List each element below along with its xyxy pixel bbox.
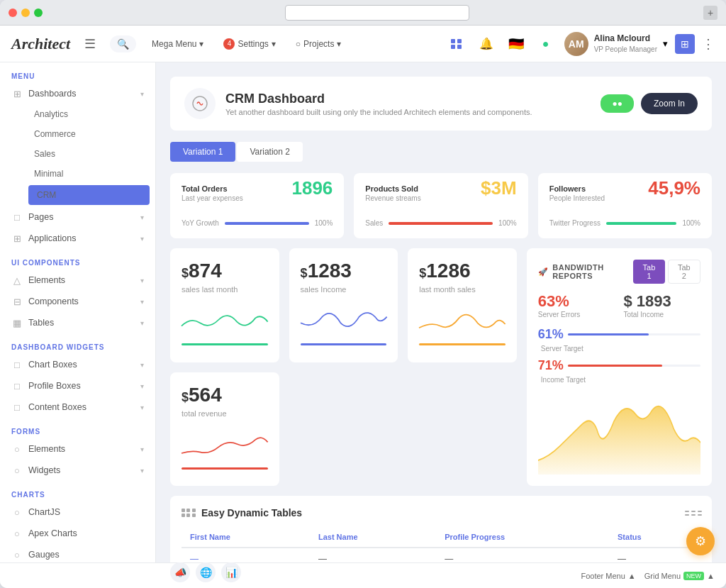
applications-icon: ⊞	[11, 233, 23, 244]
chevron-icon: ▾	[140, 277, 144, 284]
widget-bar	[419, 343, 506, 345]
sidebar-item-chartjs[interactable]: ○ ChartJS	[0, 501, 155, 523]
page-header: CRM Dashboard Yet another dashboard buil…	[170, 77, 712, 131]
widgets-bandwidth-grid: $874 sales last month $1283 sales Income	[170, 248, 712, 486]
bandwidth-tab1[interactable]: Tab 1	[633, 260, 664, 284]
bar-pct: 100%	[682, 219, 700, 227]
page-header-actions: ●● Zoom In	[601, 93, 698, 114]
chevron-icon: ▾	[140, 445, 144, 453]
toggle-button[interactable]: ●●	[601, 94, 634, 113]
stats-row: Total Orders Last year expenses 1896 YoY…	[170, 173, 712, 238]
widget-value: $1283	[301, 260, 387, 282]
col-profile-progress: Profile Progress	[436, 527, 609, 548]
stat-sublabel: Last year expenses	[182, 194, 243, 202]
bandwidth-title: 🚀 BANDWIDTH REPORTS	[538, 263, 633, 280]
mega-menu-button[interactable]: Mega Menu ▾	[145, 35, 211, 52]
form-widgets-icon: ○	[11, 465, 23, 476]
grid-menu-button[interactable]: Grid Menu NEW ▲	[644, 572, 715, 580]
settings-button[interactable]: 4 Settings ▾	[216, 35, 282, 53]
server-target-label: Server Target	[538, 345, 700, 353]
sidebar-item-content-boxes[interactable]: □ Content Boxes ▾	[0, 396, 155, 418]
projects-button[interactable]: ○ Projects ▾	[289, 35, 349, 52]
sidebar-item-label: Content Boxes	[28, 402, 86, 412]
menu-section-label: MENU	[0, 62, 155, 83]
table-menu-icon[interactable]	[685, 511, 700, 516]
minimize-button[interactable]	[21, 9, 30, 17]
bw-stat-label: Total Income	[623, 311, 700, 318]
variation-2-tab[interactable]: Variation 2	[237, 142, 302, 162]
followers-card: Followers People Interested 45,9% Twitte…	[538, 173, 712, 238]
total-orders-card: Total Orders Last year expenses 1896 YoY…	[170, 173, 344, 238]
sidebar-item-label: Tables	[28, 318, 54, 328]
settings-fab[interactable]: ⚙	[686, 527, 715, 555]
grid-view-button[interactable]	[445, 33, 468, 55]
charts-section-label: CHARTS	[0, 481, 155, 501]
sidebar-item-elements[interactable]: △ Elements ▾	[0, 270, 155, 291]
bw-stat-value: 63%	[538, 292, 615, 311]
footer-icon-2[interactable]: 🌐	[196, 562, 216, 582]
status-button[interactable]: ●	[535, 33, 557, 55]
hamburger-menu[interactable]: ☰	[84, 36, 96, 52]
widget-label: sales Income	[301, 285, 387, 294]
stat-value: 1896	[291, 177, 333, 199]
footer-icon-1[interactable]: 📣	[170, 562, 190, 582]
sidebar-item-applications[interactable]: ⊞ Applications ▾	[0, 228, 155, 249]
form-elements-icon: ○	[11, 443, 23, 455]
widget-chart	[182, 426, 268, 462]
sidebar-item-dashboards[interactable]: ⊞ Dashboards ▾	[0, 83, 155, 104]
bw-stat-value: $ 1893	[623, 292, 700, 311]
sidebar-item-profile-boxes[interactable]: □ Profile Boxes ▾	[0, 375, 155, 396]
sidebar-item-minimal[interactable]: Minimal	[23, 164, 155, 184]
user-menu[interactable]: AM Alina Mclourd VP People Manager ▾	[564, 32, 668, 56]
maximize-button[interactable]	[34, 9, 43, 17]
chevron-icon: ▾	[140, 467, 144, 475]
stat-bar-row: Sales 100%	[365, 219, 516, 227]
page-header-left: CRM Dashboard Yet another dashboard buil…	[184, 88, 532, 119]
new-tab-button[interactable]: +	[703, 6, 717, 20]
search-bar[interactable]: 🔍	[110, 35, 136, 52]
sidebar-item-sales[interactable]: Sales	[23, 144, 155, 164]
sidebar-item-apex-charts[interactable]: ○ Apex Charts	[0, 523, 155, 544]
url-bar[interactable]: demo.dashboardpack.com	[51, 5, 703, 21]
pages-icon: □	[11, 211, 23, 223]
widget-card-564: $564 total revenue	[170, 372, 279, 487]
sidebar-item-tables[interactable]: ▦ Tables ▾	[0, 312, 155, 333]
sidebar-item-analytics[interactable]: Analytics	[23, 104, 155, 124]
sidebar-item-components[interactable]: ⊟ Components ▾	[0, 291, 155, 312]
widget-card-874: $874 sales last month	[170, 248, 279, 362]
chevron-icon: ▾	[140, 90, 144, 98]
sidebar-item-label: Elements	[28, 275, 65, 285]
footer-menu-button[interactable]: Footer Menu ▲	[581, 572, 635, 580]
close-button[interactable]	[9, 9, 17, 17]
sidebar-item-chart-boxes[interactable]: □ Chart Boxes ▾	[0, 354, 155, 375]
search-icon: 🔍	[117, 38, 129, 50]
sidebar-item-commerce[interactable]: Commerce	[23, 124, 155, 144]
more-menu-button[interactable]: ⋮	[702, 36, 715, 52]
bandwidth-tab2[interactable]: Tab 2	[668, 260, 700, 284]
language-button[interactable]: 🇩🇪	[505, 33, 527, 55]
app-switcher-button[interactable]: ⊞	[675, 34, 695, 54]
sidebar-item-label: Dashboards	[28, 89, 76, 99]
chevron-icon: ▾	[140, 319, 144, 327]
sidebar-item-label: Chart Boxes	[28, 360, 77, 370]
gauges-icon: ○	[11, 549, 23, 560]
widget-chart	[301, 302, 387, 338]
sidebar-item-label: Gauges	[28, 550, 60, 560]
sidebar-item-form-widgets[interactable]: ○ Widgets ▾	[0, 460, 155, 481]
sidebar-item-crm[interactable]: CRM	[28, 185, 150, 205]
sidebar-item-label: Elements	[28, 444, 65, 454]
widget-bar	[182, 343, 268, 345]
bw-stat-total-income: $ 1893 Total Income	[623, 292, 700, 318]
sidebar-item-pages[interactable]: □ Pages ▾	[0, 206, 155, 228]
sidebar-item-form-elements[interactable]: ○ Elements ▾	[0, 438, 155, 460]
url-input[interactable]: demo.dashboardpack.com	[285, 5, 469, 21]
footer-icon-3[interactable]: 📊	[221, 562, 241, 582]
page-header-text: CRM Dashboard Yet another dashboard buil…	[225, 91, 532, 116]
widget-label: total revenue	[182, 409, 268, 418]
flag-icon: 🇩🇪	[508, 36, 524, 52]
zoom-in-button[interactable]: Zoom In	[641, 93, 698, 114]
notifications-button[interactable]: 🔔	[475, 33, 498, 55]
variation-1-tab[interactable]: Variation 1	[170, 142, 235, 162]
profile-boxes-icon: □	[11, 380, 23, 392]
sidebar-sub-dashboards: Analytics Commerce Sales Minimal CRM	[0, 104, 155, 205]
